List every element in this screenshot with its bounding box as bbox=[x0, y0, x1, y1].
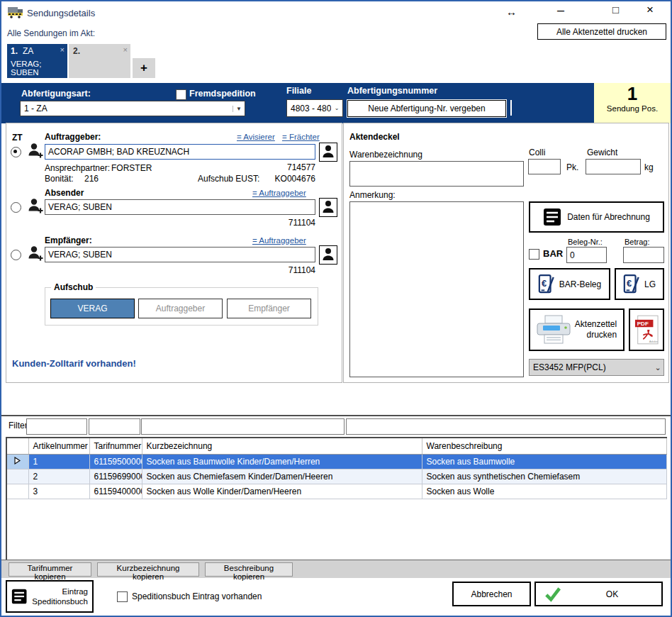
row-selector-cell[interactable] bbox=[7, 484, 28, 499]
fraechter-link[interactable]: = Frächter bbox=[282, 133, 320, 141]
empfaenger-auftraggeber-link[interactable]: = Auftraggeber bbox=[252, 236, 306, 245]
betrag-label: Betrag: bbox=[625, 238, 649, 246]
auftraggeber-label: Auftraggeber: bbox=[45, 132, 101, 142]
gewicht-input[interactable] bbox=[586, 159, 641, 174]
tab-1-close-icon[interactable]: × bbox=[60, 45, 65, 54]
filter-input-tarifnummer[interactable] bbox=[89, 418, 140, 435]
column-header-warenbeschreibung[interactable]: Warenbeschreibung bbox=[422, 438, 667, 455]
table-row[interactable]: 1 61159500000 Socken aus Baumwolle Kinde… bbox=[7, 455, 667, 469]
fremdspedition-label: Fremdspedition bbox=[189, 89, 256, 99]
resize-horizontal-icon[interactable]: ↔ bbox=[506, 6, 517, 18]
eintrag-speditionsbuch-button[interactable]: Eintrag Speditionsbuch bbox=[6, 580, 94, 613]
add-contact-icon[interactable] bbox=[28, 197, 43, 216]
table-row[interactable]: 3 61159400000 Socken aus Wolle Kinder/Da… bbox=[7, 484, 667, 499]
avisierer-link[interactable]: = Avisierer bbox=[237, 133, 275, 141]
empfaenger-contact-button[interactable] bbox=[319, 245, 337, 265]
aktendeckel-panel: Aktendeckel Warenbezeichnung Colli Pk. G… bbox=[343, 123, 669, 383]
daten-fuer-abrechnung-button[interactable]: Daten für Abrechnung bbox=[529, 201, 664, 233]
row-selector-cell[interactable] bbox=[7, 469, 28, 484]
filter-input-kurzbezeichnung[interactable] bbox=[141, 418, 345, 435]
filter-input-artikelnummer[interactable] bbox=[26, 418, 87, 435]
cell-tarifnummer[interactable]: 61159500000 bbox=[89, 455, 142, 469]
cell-kurzbezeichnung[interactable]: Socken aus Chemiefasem Kinder/Damen/Heer… bbox=[142, 469, 422, 484]
tab-2-close-icon[interactable]: × bbox=[123, 45, 128, 54]
absender-contact-button[interactable] bbox=[319, 198, 337, 217]
column-header-kurzbezeichnung[interactable]: Kurzbezeichnung bbox=[142, 438, 422, 455]
aufschub-eust-value: KO004676 bbox=[240, 174, 315, 184]
person-icon bbox=[322, 144, 335, 158]
shipment-tab-2[interactable]: 2. × bbox=[69, 44, 130, 78]
speditionsbuch-label-line2: Speditionsbuch bbox=[32, 597, 88, 606]
window-title: Sendungsdetails bbox=[27, 8, 95, 18]
absender-auftraggeber-link[interactable]: = Auftraggeber bbox=[252, 189, 306, 197]
cell-tarifnummer[interactable]: 61159699000 bbox=[89, 469, 142, 484]
betrag-input[interactable] bbox=[623, 247, 664, 263]
cell-kurzbezeichnung[interactable]: Socken aus Baumwolle Kinder/Damen/Herren bbox=[142, 455, 422, 469]
aktenzettel-drucken-button[interactable]: Aktenzettel drucken bbox=[529, 308, 625, 351]
ok-button[interactable]: OK bbox=[534, 582, 663, 606]
cell-warenbeschreibung[interactable]: Socken aus synthetischen Chemiefasem bbox=[422, 469, 667, 484]
tab-1-line2: VERAG; bbox=[11, 60, 41, 68]
cell-kurzbezeichnung[interactable]: Socken aus Wolle Kinder/Damen/Heeren bbox=[142, 484, 422, 499]
chevron-down-icon[interactable]: ⌄ bbox=[652, 363, 663, 372]
zt-radio-empfaenger[interactable] bbox=[11, 250, 21, 260]
add-shipment-tab-button[interactable]: + bbox=[133, 58, 155, 78]
fremdspedition-checkbox[interactable] bbox=[176, 89, 186, 100]
aufschub-auftraggeber-button[interactable]: Auftraggeber bbox=[138, 299, 223, 318]
minimize-icon[interactable]: – bbox=[557, 3, 564, 18]
sendungsdetails-window: Sendungsdetails ↔ – □ × Alle Sendungen i… bbox=[0, 0, 672, 617]
anmerkung-textarea[interactable] bbox=[349, 201, 524, 377]
cell-warenbeschreibung[interactable]: Socken aus Wolle bbox=[422, 484, 667, 499]
close-icon[interactable]: × bbox=[646, 3, 654, 17]
colli-input[interactable] bbox=[528, 159, 561, 174]
copy-beschreibung-button[interactable]: Beschreibung kopieren bbox=[205, 562, 293, 577]
pdf-icon: PDF Adobe bbox=[634, 314, 659, 345]
cell-tarifnummer[interactable]: 61159400000 bbox=[89, 484, 142, 499]
abfertigungsart-select[interactable]: 1 - ZA ▼ bbox=[20, 101, 245, 116]
pdf-button[interactable]: PDF Adobe bbox=[629, 308, 664, 351]
add-contact-icon[interactable] bbox=[28, 245, 43, 264]
chevron-down-icon[interactable]: ⌄ bbox=[331, 105, 342, 111]
cancel-button[interactable]: Abbrechen bbox=[452, 582, 531, 606]
warenbezeichnung-textarea[interactable] bbox=[349, 161, 524, 187]
copy-kurzbezeichnung-button[interactable]: Kurzbezeichnung kopieren bbox=[97, 562, 199, 577]
maximize-icon[interactable]: □ bbox=[612, 4, 619, 16]
column-header-tarifnummer[interactable]: Tarifnummer bbox=[89, 438, 142, 455]
auftraggeber-input[interactable] bbox=[45, 144, 315, 160]
zt-radio-auftraggeber[interactable] bbox=[11, 147, 21, 157]
dropdown-arrow-icon[interactable]: ▼ bbox=[233, 106, 245, 112]
beleg-nr-input[interactable] bbox=[566, 247, 607, 263]
empfaenger-input[interactable] bbox=[45, 247, 315, 262]
cell-artikelnummer[interactable]: 3 bbox=[28, 484, 89, 499]
current-row-arrow-icon bbox=[14, 457, 21, 465]
column-header-artikelnummer[interactable]: Artikelnummer bbox=[28, 438, 89, 455]
aufschub-empfaenger-button[interactable]: Empfänger bbox=[227, 299, 311, 318]
copy-tarifnummer-button[interactable]: Tarifnummer kopieren bbox=[9, 562, 91, 577]
printer-select[interactable]: ES3452 MFP(PCL) ⌄ bbox=[529, 359, 664, 376]
tab-1-index: 1. bbox=[11, 46, 18, 56]
bar-beleg-button[interactable]: € BAR-Beleg bbox=[529, 268, 610, 300]
zt-radio-absender[interactable] bbox=[11, 202, 21, 213]
tab-1-type: ZA bbox=[23, 46, 33, 56]
tab-1-line3: SUBEN bbox=[11, 68, 39, 77]
aufschub-verag-button[interactable]: VERAG bbox=[50, 299, 135, 318]
auftraggeber-contact-button[interactable] bbox=[319, 143, 337, 162]
lg-button[interactable]: € LG bbox=[615, 268, 664, 300]
cell-artikelnummer[interactable]: 2 bbox=[28, 469, 89, 484]
neue-abfertigungsnummer-button[interactable]: Neue Abfertigung-Nr. vergeben bbox=[347, 100, 506, 117]
filter-input-warenbeschreibung[interactable] bbox=[346, 418, 666, 435]
printer-select-value: ES3452 MFP(PCL) bbox=[530, 362, 652, 372]
bar-checkbox[interactable] bbox=[529, 249, 539, 260]
row-selector-cell[interactable] bbox=[7, 455, 28, 469]
absender-input[interactable] bbox=[45, 199, 315, 215]
table-row[interactable]: 2 61159699000 Socken aus Chemiefasem Kin… bbox=[7, 469, 667, 484]
cell-warenbeschreibung[interactable]: Socken aus Baumwolle bbox=[422, 455, 667, 469]
cell-artikelnummer[interactable]: 1 bbox=[28, 455, 89, 469]
add-contact-icon[interactable] bbox=[28, 142, 43, 161]
speditionsbuch-checkbox[interactable] bbox=[117, 591, 128, 602]
print-all-aktenzettel-button[interactable]: Alle Aktenzettel drucken bbox=[537, 23, 666, 40]
empfaenger-label: Empfänger: bbox=[45, 235, 92, 245]
ansprechpartner-label: Ansprechpartner: bbox=[45, 163, 110, 173]
filiale-select[interactable]: 4803 - 480 ⌄ bbox=[286, 99, 343, 117]
shipment-tab-1[interactable]: 1. ZA × VERAG; SUBEN bbox=[7, 44, 67, 78]
